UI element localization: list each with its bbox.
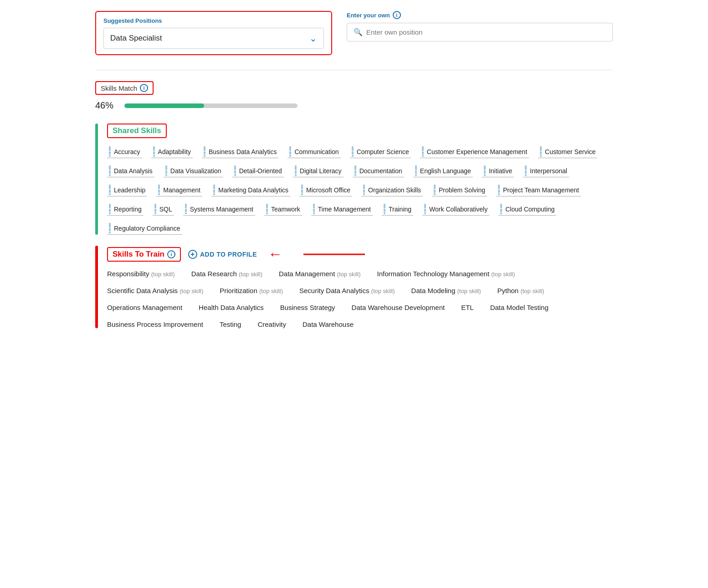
enter-own-info-icon[interactable]: i: [393, 11, 401, 19]
skill-bar-icon: [109, 146, 111, 157]
skill-bar-icon: [109, 165, 111, 176]
top-skill-badge: (top skill): [239, 271, 262, 278]
train-skill-chip[interactable]: Data Warehouse Development: [352, 304, 445, 311]
top-skill-badge: (top skill): [491, 271, 515, 278]
shared-skill-chip[interactable]: Initiative: [482, 165, 514, 177]
shared-skill-chip[interactable]: Systems Management: [183, 203, 255, 216]
skill-bar-icon: [384, 204, 385, 214]
shared-skill-chip[interactable]: Work Collaboratively: [422, 203, 489, 216]
skill-bar-icon: [354, 165, 356, 176]
suggested-positions-box: Suggested Positions Data Specialist ⌄: [95, 11, 332, 55]
shared-skills-header: Shared Skills: [107, 124, 167, 138]
shared-skill-chip[interactable]: Organization Skills: [361, 184, 423, 196]
shared-skill-chip[interactable]: Detail-Oriented: [232, 165, 284, 177]
shared-skill-chip[interactable]: Regulatory Compliance: [107, 222, 182, 235]
shared-skill-chip[interactable]: Training: [382, 203, 413, 216]
skill-bar-icon: [301, 185, 303, 195]
shared-skill-chip[interactable]: Time Management: [311, 203, 373, 216]
section-divider: [95, 70, 613, 70]
train-skill-chip[interactable]: Health Data Analytics: [199, 304, 264, 311]
shared-skill-chip[interactable]: Computer Science: [350, 145, 411, 158]
position-dropdown[interactable]: Data Specialist ⌄: [103, 28, 324, 49]
match-percent-value: 46%: [95, 100, 117, 111]
train-skill-chip[interactable]: Business Strategy: [280, 304, 335, 311]
skill-bar-icon: [352, 146, 354, 157]
train-skill-chip[interactable]: Information Technology Management (top s…: [377, 270, 515, 278]
train-skill-chip[interactable]: Data Management (top skill): [279, 270, 361, 278]
enter-own-input-row: 🔍: [347, 23, 613, 41]
shared-skill-chip[interactable]: Management: [156, 184, 202, 196]
shared-skill-chip[interactable]: Documentation: [353, 165, 404, 177]
shared-skill-chip[interactable]: Microsoft Office: [299, 184, 352, 196]
shared-skill-chip[interactable]: Customer Service: [538, 145, 597, 158]
enter-own-box: Enter your own i 🔍: [347, 11, 613, 41]
train-skills-grid: Responsibility (top skill)Data Research …: [107, 270, 613, 328]
skill-bar-icon: [415, 165, 417, 176]
skills-train-label: Skills To Train: [113, 250, 164, 259]
train-skill-chip[interactable]: Responsibility (top skill): [107, 270, 175, 278]
shared-skill-chip[interactable]: Cloud Computing: [498, 203, 556, 216]
suggested-positions-label: Suggested Positions: [103, 17, 324, 24]
skills-match-label: Skills Match: [101, 84, 137, 92]
train-skill-chip[interactable]: Business Process Improvement: [107, 320, 203, 328]
top-skill-badge: (top skill): [371, 288, 395, 294]
train-skill-chip[interactable]: Creativity: [257, 320, 286, 328]
shared-skill-chip[interactable]: SQL: [153, 203, 174, 216]
skill-bar-icon: [422, 146, 424, 157]
shared-skill-chip[interactable]: Interpersonal: [523, 165, 569, 177]
shared-skill-chip[interactable]: Leadership: [107, 184, 147, 196]
shared-skill-chip[interactable]: Problem Solving: [432, 184, 487, 196]
chevron-down-icon: ⌄: [309, 33, 317, 44]
plus-circle-icon: +: [188, 250, 197, 259]
shared-skill-chip[interactable]: English Language: [413, 165, 473, 177]
skill-bar-icon: [266, 204, 268, 214]
match-percent-row: 46%: [95, 100, 613, 111]
skill-bar-icon: [153, 146, 155, 157]
shared-skill-chip[interactable]: Data Analysis: [107, 165, 154, 177]
top-skill-badge: (top skill): [151, 271, 175, 278]
shared-skill-chip[interactable]: Teamwork: [264, 203, 302, 216]
train-skill-chip[interactable]: Data Warehouse: [303, 320, 354, 328]
skill-bar-icon: [498, 185, 500, 195]
train-skill-chip[interactable]: Operations Management: [107, 304, 182, 311]
train-skill-chip[interactable]: Prioritization (top skill): [220, 287, 283, 294]
train-skill-chip[interactable]: Testing: [220, 320, 241, 328]
shared-skill-chip[interactable]: Accuracy: [107, 145, 142, 158]
shared-skills-label: Shared Skills: [113, 126, 161, 135]
shared-skill-chip[interactable]: Digital Literacy: [293, 165, 344, 177]
skills-train-info-icon[interactable]: i: [167, 250, 175, 258]
shared-skill-chip[interactable]: Customer Experience Management: [420, 145, 529, 158]
train-skill-chip[interactable]: Data Research (top skill): [191, 270, 262, 278]
enter-own-input[interactable]: [366, 28, 606, 36]
skill-bar-icon: [109, 185, 111, 195]
shared-skill-chip[interactable]: Data Visualization: [164, 165, 223, 177]
skill-bar-icon: [424, 204, 426, 214]
add-to-profile-button[interactable]: + ADD TO PROFILE: [188, 250, 257, 259]
shared-skills-section: Shared Skills AccuracyAdaptabilityBusine…: [95, 124, 613, 235]
shared-skill-chip[interactable]: Project Team Management: [496, 184, 581, 196]
skill-bar-icon: [525, 165, 527, 176]
train-skill-chip[interactable]: ETL: [461, 304, 474, 311]
skills-match-info-icon[interactable]: i: [140, 84, 148, 92]
train-skill-chip[interactable]: Security Data Analytics (top skill): [299, 287, 395, 294]
progress-bar-track: [124, 103, 298, 108]
red-arrow-line: [276, 247, 367, 262]
train-skill-chip[interactable]: Scientific Data Analysis (top skill): [107, 287, 203, 294]
skills-train-header-row: Skills To Train i + ADD TO PROFILE ←: [107, 246, 613, 263]
shared-skill-chip[interactable]: Adaptability: [151, 145, 193, 158]
top-skill-badge: (top skill): [180, 288, 203, 294]
shared-skill-chip[interactable]: Marketing Data Analytics: [211, 184, 290, 196]
skill-bar-icon: [313, 204, 315, 214]
train-skill-chip[interactable]: Data Modeling (top skill): [411, 287, 481, 294]
skill-bar-icon: [500, 204, 502, 214]
train-skill-chip[interactable]: Data Model Testing: [490, 304, 549, 311]
shared-skill-chip[interactable]: Reporting: [107, 203, 144, 216]
shared-skill-chip[interactable]: Business Data Analytics: [202, 145, 278, 158]
skills-match-section: Skills Match i 46%: [95, 81, 613, 111]
skill-bar-icon: [363, 185, 365, 195]
train-skill-chip[interactable]: Python (top skill): [498, 287, 544, 294]
top-skill-badge: (top skill): [520, 288, 544, 294]
add-to-profile-label: ADD TO PROFILE: [200, 251, 257, 258]
skill-bar-icon: [540, 146, 542, 157]
shared-skill-chip[interactable]: Communication: [287, 145, 340, 158]
